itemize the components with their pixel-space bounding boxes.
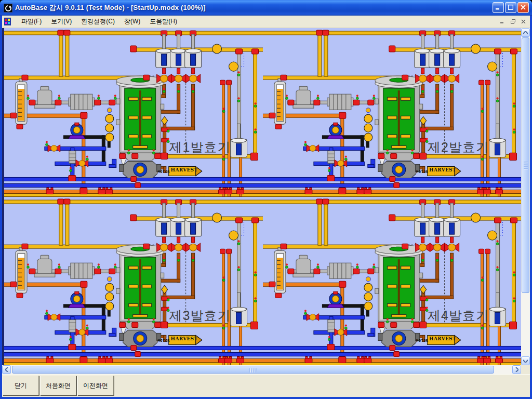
fermenter-unit-1: 제1발효기 MOTOR HARVEST [4, 28, 263, 197]
fermenter-label: 제1발효기 [169, 139, 231, 156]
harvest-label: HARVEST [169, 167, 199, 172]
motor-label: MOTOR [158, 170, 170, 174]
scroll-right-icon[interactable] [512, 365, 521, 374]
motor-label: MOTOR [416, 170, 429, 174]
bottom-bar: 닫기 처음화면 이전화면 [2, 374, 530, 397]
menu-item-view[interactable]: 보기(V) [46, 16, 76, 28]
previous-screen-button[interactable]: 이전화면 [77, 376, 114, 395]
client-area: 제1발효기 MOTOR HARVEST 제2발효기 MOTOR HARVEST … [2, 28, 530, 374]
harvest-label: HARVEST [428, 167, 457, 172]
title-bar: AutoBase 감시 9.0.11 (Test Mode) - [StartU… [0, 0, 532, 16]
autobase-logo-icon [4, 4, 12, 12]
home-screen-button[interactable]: 처음화면 [40, 376, 76, 395]
fermenter-unit-3: 제3발효기 MOTOR HARVEST [4, 197, 263, 366]
vertical-scroll-thumb[interactable] [522, 37, 529, 293]
horizontal-scrollbar[interactable] [2, 365, 521, 374]
scroll-left-icon[interactable] [2, 365, 11, 374]
minimize-button[interactable] [493, 2, 504, 13]
menu-item-help[interactable]: 도움말(H) [145, 16, 182, 28]
harvest-label: HARVEST [428, 336, 457, 341]
app-window: AutoBase 감시 9.0.11 (Test Mode) - [StartU… [0, 0, 532, 399]
maximize-button[interactable] [505, 2, 516, 13]
fermenter-label: 제3발효기 [169, 307, 231, 324]
scroll-down-icon[interactable] [521, 356, 530, 365]
fermenter-unit-4: 제4발효기 MOTOR HARVEST [263, 197, 522, 366]
menu-item-config[interactable]: 환경설정(C) [76, 16, 119, 28]
vertical-scrollbar[interactable] [521, 28, 530, 365]
motor-label: MOTOR [158, 339, 170, 343]
fermenter-unit-2: 제2발효기 MOTOR HARVEST [263, 28, 522, 197]
mdi-document-icon [4, 18, 12, 25]
mdi-close-icon[interactable] [519, 17, 528, 25]
close-button[interactable] [517, 2, 529, 13]
fermenter-label: 제4발효기 [428, 307, 489, 324]
menu-item-file[interactable]: 파일(F) [17, 16, 46, 28]
scrollbar-corner [521, 365, 530, 374]
fermenter-label: 제2발효기 [428, 139, 489, 156]
menu-item-window[interactable]: 창(W) [119, 16, 145, 28]
process-diagram: 제1발효기 MOTOR HARVEST 제2발효기 MOTOR HARVEST … [2, 28, 521, 365]
motor-label: MOTOR [416, 339, 429, 343]
window-title: AutoBase 감시 9.0.11 (Test Mode) - [StartU… [15, 3, 206, 12]
menu-bar: 파일(F) 보기(V) 환경설정(C) 창(W) 도움말(H) [2, 16, 530, 28]
close-screen-button[interactable]: 닫기 [3, 376, 39, 395]
horizontal-scroll-thumb[interactable] [12, 366, 494, 374]
scroll-up-icon[interactable] [521, 28, 530, 37]
mdi-minimize-icon[interactable] [498, 17, 507, 25]
mdi-restore-icon[interactable] [509, 17, 517, 25]
harvest-label: HARVEST [169, 336, 199, 341]
